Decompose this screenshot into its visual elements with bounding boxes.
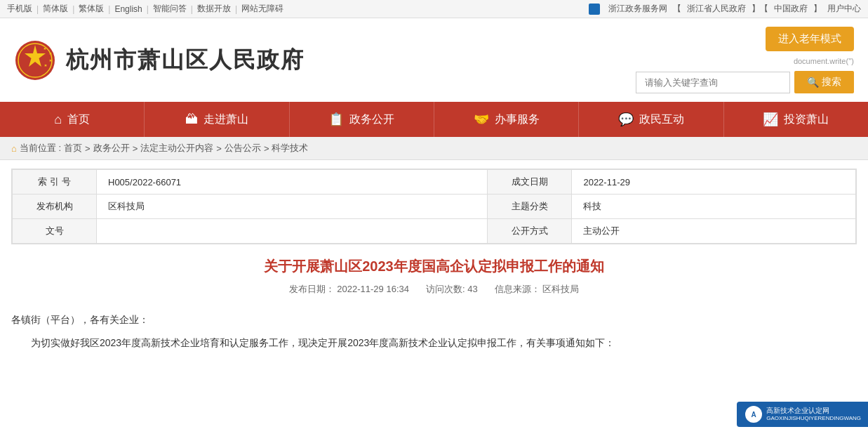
header-left: 杭州市萧山区人民政府: [14, 39, 305, 81]
bracket-r1: 】【: [752, 3, 768, 15]
breadcrumb-sep2: >: [133, 143, 138, 154]
label-topic: 主题分类: [488, 195, 572, 219]
sep2: |: [72, 4, 74, 14]
link-english[interactable]: English: [114, 4, 142, 14]
breadcrumb-prefix: 当前位置 :: [20, 142, 61, 154]
source-label: 信息来源：: [495, 284, 540, 294]
search-icon: 🔍: [807, 77, 819, 88]
bracket-l1: 【: [673, 3, 681, 15]
label-docno: 文号: [13, 219, 97, 244]
value-index: H005/2022-66071: [97, 170, 488, 195]
visit-label: 访问次数:: [426, 284, 465, 294]
nav-item-banshi[interactable]: 🤝 办事服务: [434, 102, 579, 137]
search-input[interactable]: [636, 72, 790, 93]
meta-publish: 发布日期： 2022-11-29 16:34: [289, 283, 409, 296]
gov-link-user[interactable]: 用户中心: [827, 3, 861, 15]
document-icon: 📋: [328, 112, 344, 127]
info-table-wrapper: 索 引 号 H005/2022-66071 成文日期 2022-11-29 发布…: [11, 169, 857, 244]
breadcrumb-item-gonggao[interactable]: 公告公示: [225, 142, 261, 154]
breadcrumb: ⌂ 当前位置 : 首页 > 政务公开 > 法定主动公开内容 > 公告公示 > 科…: [0, 137, 868, 160]
meta-source: 信息来源： 区科技局: [495, 283, 580, 296]
article-title: 关于开展萧山区2023年度国高企认定拟申报工作的通知: [11, 244, 857, 283]
header: 杭州市萧山区人民政府 进入老年模式 document.write('') 🔍 搜…: [0, 18, 868, 102]
main-nav: ⌂ 首页 🏔 走进萧山 📋 政务公开 🤝 办事服务 💬 政民互动 📈 投资萧山: [0, 102, 868, 137]
value-disclose: 主动公开: [572, 219, 856, 244]
logo-emblem: [14, 39, 56, 81]
label-org: 发布机构: [13, 195, 97, 219]
gov-link-zjprov[interactable]: 浙江省人民政府: [687, 3, 746, 15]
publish-date-value: 2022-11-29 16:34: [337, 284, 409, 294]
header-right: 进入老年模式 document.write('') 🔍 搜索: [636, 27, 854, 93]
visit-count: 43: [467, 284, 477, 294]
nav-label-xiaoshan: 走进萧山: [203, 112, 248, 127]
table-row-2: 发布机构 区科技局 主题分类 科技: [13, 195, 856, 219]
label-index: 索 引 号: [13, 170, 97, 195]
body-para-2: 为切实做好我区2023年度高新技术企业培育和认定服务工作，现决定开展2023年度…: [11, 334, 857, 352]
sep3: |: [108, 4, 110, 14]
article-body: 各镇街（平台），各有关企业： 为切实做好我区2023年度高新技术企业培育和认定服…: [11, 304, 857, 369]
value-topic: 科技: [572, 195, 856, 219]
body-para-1: 各镇街（平台），各有关企业：: [11, 311, 857, 329]
link-traditional[interactable]: 繁体版: [79, 3, 104, 15]
nav-item-home[interactable]: ⌂ 首页: [0, 102, 145, 137]
sep6: |: [235, 4, 237, 14]
meta-visits: 访问次数: 43: [426, 283, 478, 296]
top-bar: 手机版 | 简体版 | 繁体版 | English | 智能问答 | 数据开放 …: [0, 0, 868, 18]
link-simplified[interactable]: 简体版: [43, 3, 68, 15]
top-bar-links: 手机版 | 简体版 | 繁体版 | English | 智能问答 | 数据开放 …: [7, 3, 283, 15]
sep5: |: [191, 4, 193, 14]
search-label: 搜索: [822, 76, 841, 88]
gov-icon: [589, 4, 600, 15]
search-button[interactable]: 🔍 搜索: [794, 71, 854, 93]
nav-item-xiaoshan[interactable]: 🏔 走进萧山: [145, 102, 289, 137]
breadcrumb-sep3: >: [216, 143, 222, 154]
breadcrumb-item-home[interactable]: 首页: [64, 142, 82, 154]
value-date: 2022-11-29: [572, 170, 856, 195]
top-bar-gov-links: 浙江政务服务网 【 浙江省人民政府 】【 中国政府 】 用户中心: [589, 3, 861, 15]
site-title: 杭州市萧山区人民政府: [66, 45, 305, 76]
publish-date-label: 发布日期：: [289, 284, 335, 294]
link-accessible[interactable]: 网站无障碍: [241, 3, 283, 15]
nav-item-gongmin[interactable]: 💬 政民互动: [579, 102, 723, 137]
chat-icon: 💬: [618, 112, 634, 127]
nav-label-banshi: 办事服务: [495, 112, 540, 127]
info-table: 索 引 号 H005/2022-66071 成文日期 2022-11-29 发布…: [12, 169, 856, 244]
breadcrumb-sep1: >: [85, 143, 91, 154]
home-icon: ⌂: [54, 112, 62, 127]
table-row-3: 文号 公开方式 主动公开: [13, 219, 856, 244]
source-value: 区科技局: [542, 284, 579, 294]
chart-icon: 📈: [763, 112, 778, 127]
search-area: 🔍 搜索: [636, 71, 854, 93]
link-data[interactable]: 数据开放: [197, 3, 231, 15]
label-disclose: 公开方式: [488, 219, 572, 244]
doc-write-note: document.write(''): [794, 57, 854, 65]
elder-mode-button[interactable]: 进入老年模式: [766, 27, 854, 51]
nav-item-zhengwu[interactable]: 📋 政务公开: [290, 102, 434, 137]
breadcrumb-item-keji[interactable]: 科学技术: [272, 142, 308, 154]
breadcrumb-item-zhengwu[interactable]: 政务公开: [93, 142, 130, 154]
bracket-r2: 】: [813, 3, 822, 15]
sep4: |: [147, 4, 149, 14]
breadcrumb-item-fazhi[interactable]: 法定主动公开内容: [140, 142, 213, 154]
label-date: 成文日期: [488, 170, 572, 195]
handshake-icon: 🤝: [474, 112, 489, 127]
value-org: 区科技局: [97, 195, 488, 219]
gov-link-zj[interactable]: 浙江政务服务网: [608, 3, 667, 15]
gov-link-china[interactable]: 中国政府: [774, 3, 808, 15]
mountain-icon: 🏔: [185, 112, 198, 127]
link-mobile[interactable]: 手机版: [7, 3, 32, 15]
breadcrumb-home-icon: ⌂: [11, 143, 17, 154]
sep1: |: [36, 4, 39, 14]
nav-label-zhengwu: 政务公开: [349, 112, 394, 127]
article-meta: 发布日期： 2022-11-29 16:34 访问次数: 43 信息来源： 区科…: [11, 283, 857, 304]
link-ai[interactable]: 智能问答: [153, 3, 187, 15]
nav-label-touzi: 投资萧山: [784, 112, 829, 127]
article: 关于开展萧山区2023年度国高企认定拟申报工作的通知 发布日期： 2022-11…: [11, 244, 857, 369]
breadcrumb-sep4: >: [264, 143, 269, 154]
table-row-1: 索 引 号 H005/2022-66071 成文日期 2022-11-29: [13, 170, 856, 195]
value-docno: [97, 219, 488, 244]
nav-item-touzi[interactable]: 📈 投资萧山: [724, 102, 868, 137]
nav-label-home: 首页: [67, 112, 90, 127]
nav-label-gongmin: 政民互动: [639, 112, 684, 127]
